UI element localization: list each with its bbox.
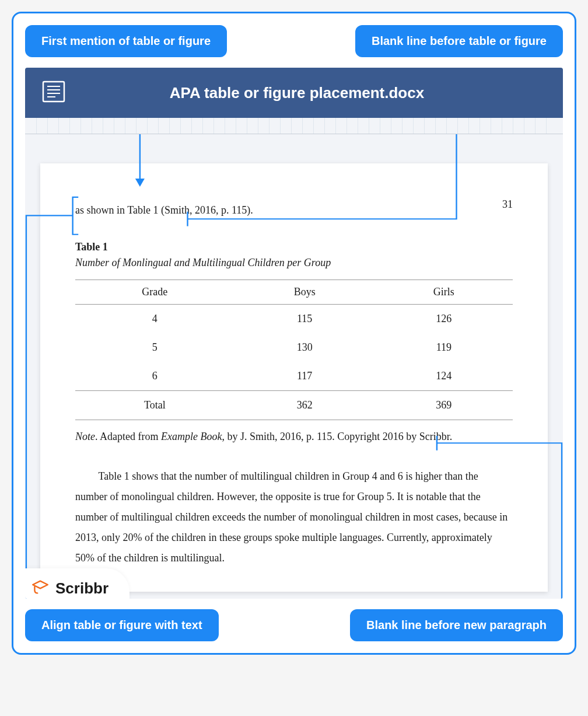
callout-blank-before-table: Blank line before table or figure [355,25,563,57]
table-title: Number of Monlingual and Multilingual Ch… [75,257,513,269]
callout-row-bottom: Align table or figure with text Blank li… [25,609,563,641]
table-row: 6 117 124 [75,362,513,391]
svg-rect-0 [43,82,64,102]
cell: 369 [375,391,513,420]
cell: 124 [375,362,513,391]
col-grade: Grade [75,280,235,305]
table-row: 4 115 126 [75,305,513,334]
table-header-row: Grade Boys Girls [75,280,513,305]
diagram-container: First mention of table or figure Blank l… [12,12,576,655]
table-row: 5 130 119 [75,333,513,362]
callout-row-top: First mention of table or figure Blank l… [25,25,563,57]
body-paragraph: Table 1 shows that the number of multili… [75,466,513,568]
cell: 5 [75,333,235,362]
brand-name: Scribbr [55,579,108,598]
cell: 117 [235,362,375,391]
table-label: Table 1 [75,241,513,253]
scribbr-icon [31,579,50,598]
ruler [25,118,563,134]
cell: 115 [235,305,375,334]
note-body2: , by J. Smith, 2016, p. 115. Copyright 2… [222,431,452,442]
col-girls: Girls [375,280,513,305]
intro-text: as shown in Table 1 (Smith, 2016, p. 115… [75,204,513,216]
cell: 130 [235,333,375,362]
data-table: Grade Boys Girls 4 115 126 5 [75,280,513,420]
window-title: APA table or figure placement.docx [82,84,547,102]
callout-align-table: Align table or figure with text [25,609,219,641]
word-titlebar: APA table or figure placement.docx [25,68,563,118]
document-page: 31 as shown in Table 1 (Smith, 2016, p. … [40,163,548,592]
cell: 126 [375,305,513,334]
cell: 362 [235,391,375,420]
note-prefix: Note [75,431,95,442]
cell: Total [75,391,235,420]
word-window: APA table or figure placement.docx 31 as… [25,68,563,599]
cell: 119 [375,333,513,362]
callout-blank-before-paragraph: Blank line before new paragraph [350,609,563,641]
cell: 6 [75,362,235,391]
page-number: 31 [502,198,513,211]
note-body: . Adapted from [95,431,161,442]
cell: 4 [75,305,235,334]
callout-first-mention: First mention of table or figure [25,25,227,57]
col-boys: Boys [235,280,375,305]
brand-flap: Scribbr [25,568,130,599]
note-book: Example Book [161,431,222,442]
table-total-row: Total 362 369 [75,391,513,420]
document-canvas: 31 as shown in Table 1 (Smith, 2016, p. … [25,134,563,599]
word-icon [41,79,66,106]
table-note: Note. Adapted from Example Book, by J. S… [75,431,513,443]
